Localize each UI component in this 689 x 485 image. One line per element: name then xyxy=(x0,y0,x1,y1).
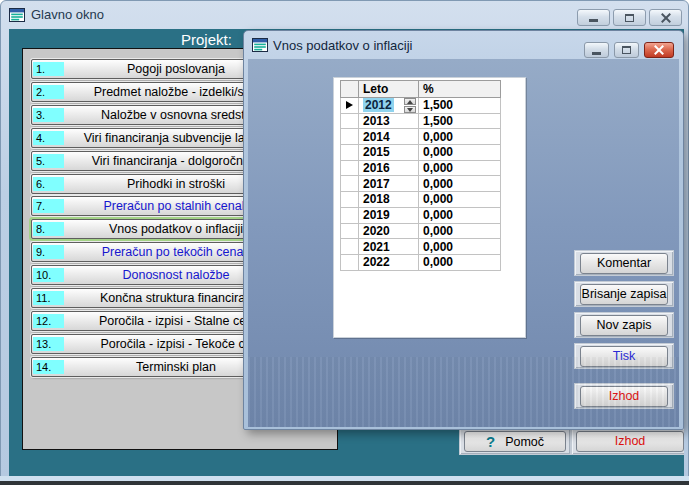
minimize-icon xyxy=(589,19,598,22)
year-cell[interactable]: 2015 xyxy=(359,145,419,161)
pomoc-button-label: Pomoč xyxy=(505,435,544,449)
dialog-button-column: Komentar Brisanje zapisa Nov zapis Tisk … xyxy=(574,250,674,414)
percent-cell[interactable]: 0,000 xyxy=(419,239,501,255)
tisk-button[interactable]: Tisk xyxy=(580,346,668,367)
table-panel: Leto % 2012 1,500 2013 1,500 2014 0,000 … xyxy=(333,77,526,338)
dialog-maximize-button[interactable] xyxy=(614,42,639,58)
table-row-2012[interactable]: 2012 1,500 xyxy=(341,98,501,114)
percent-cell[interactable]: 0,000 xyxy=(419,223,501,239)
inflation-dialog: Vnos podatkov o inflaciji Leto % xyxy=(243,30,684,430)
row-indicator-cell xyxy=(341,145,359,161)
row-indicator-cell xyxy=(341,192,359,208)
dialog-titlebar[interactable]: Vnos podatkov o inflaciji xyxy=(244,31,683,59)
row-indicator-cell xyxy=(341,176,359,192)
screen-bottom-edge xyxy=(0,481,689,485)
row-indicator-cell xyxy=(341,207,359,223)
close-icon xyxy=(654,45,664,55)
table-row-2017[interactable]: 2017 0,000 xyxy=(341,176,501,192)
main-window-titlebar[interactable]: Glavno okno xyxy=(1,1,688,29)
year-cell[interactable]: 2020 xyxy=(359,223,419,239)
brisanje-zapisa-button[interactable]: Brisanje zapisa xyxy=(580,284,668,305)
dialog-button-platform: Brisanje zapisa xyxy=(574,281,674,307)
table-row-2018[interactable]: 2018 0,000 xyxy=(341,192,501,208)
column-header-pct: % xyxy=(419,81,501,98)
dialog-button-platform: Nov zapis xyxy=(574,312,674,338)
year-cell[interactable]: 2021 xyxy=(359,239,419,255)
dialog-minimize-button[interactable] xyxy=(584,42,609,58)
year-cell[interactable]: 2022 xyxy=(359,254,419,270)
close-button[interactable] xyxy=(649,9,682,26)
help-button-platform: ?Pomoč xyxy=(459,427,571,455)
dialog-caption-buttons xyxy=(584,42,674,58)
table-row-2019[interactable]: 2019 0,000 xyxy=(341,207,501,223)
percent-cell[interactable]: 0,000 xyxy=(419,160,501,176)
year-spinner xyxy=(404,98,416,113)
main-window-title: Glavno okno xyxy=(31,7,104,22)
table-row-2014[interactable]: 2014 0,000 xyxy=(341,129,501,145)
table-row-2020[interactable]: 2020 0,000 xyxy=(341,223,501,239)
izhod-main-button[interactable]: Izhod xyxy=(576,431,684,452)
percent-cell[interactable]: 1,500 xyxy=(419,98,501,114)
close-icon xyxy=(661,13,671,23)
table-row-2013[interactable]: 2013 1,500 xyxy=(341,113,501,129)
dialog-close-button[interactable] xyxy=(644,42,674,58)
screen: Glavno okno Projekt: 1. Pogoji poslovanj… xyxy=(0,0,689,485)
row-indicator-cell xyxy=(341,129,359,145)
year-cell[interactable]: 2012 xyxy=(359,98,419,114)
row-indicator-cell xyxy=(341,239,359,255)
inflation-table: Leto % 2012 1,500 2013 1,500 2014 0,000 … xyxy=(340,80,501,271)
row-indicator-cell xyxy=(341,113,359,129)
spin-up-button[interactable] xyxy=(404,98,416,105)
komentar-button[interactable]: Komentar xyxy=(580,253,668,274)
percent-cell[interactable]: 0,000 xyxy=(419,176,501,192)
percent-cell[interactable]: 0,000 xyxy=(419,254,501,270)
percent-cell[interactable]: 0,000 xyxy=(419,192,501,208)
row-indicator-cell xyxy=(341,160,359,176)
maximize-button[interactable] xyxy=(613,9,646,26)
spin-down-button[interactable] xyxy=(404,106,416,113)
table-row-2015[interactable]: 2015 0,000 xyxy=(341,145,501,161)
row-indicator-header xyxy=(341,81,359,98)
izhod-button[interactable]: Izhod xyxy=(580,386,668,407)
row-indicator-cell xyxy=(341,223,359,239)
table-row-2016[interactable]: 2016 0,000 xyxy=(341,160,501,176)
table-row-2021[interactable]: 2021 0,000 xyxy=(341,239,501,255)
spin-down-icon xyxy=(407,108,413,112)
dialog-client-area: Leto % 2012 1,500 2013 1,500 2014 0,000 … xyxy=(248,59,679,427)
row-indicator-cell xyxy=(341,98,359,114)
maximize-icon xyxy=(625,14,634,22)
spin-up-icon xyxy=(407,100,413,104)
dialog-button-platform: Tisk xyxy=(574,343,674,369)
year-cell[interactable]: 2014 xyxy=(359,129,419,145)
table-header-row: Leto % xyxy=(341,81,501,98)
year-cell[interactable]: 2013 xyxy=(359,113,419,129)
table-row-2022[interactable]: 2022 0,000 xyxy=(341,254,501,270)
year-cell[interactable]: 2018 xyxy=(359,192,419,208)
year-cell[interactable]: 2016 xyxy=(359,160,419,176)
percent-cell[interactable]: 1,500 xyxy=(419,113,501,129)
exit-button-platform: Izhod xyxy=(571,427,684,455)
question-icon: ? xyxy=(486,433,495,450)
minimize-icon xyxy=(592,52,601,55)
row-indicator-icon xyxy=(346,101,353,109)
dialog-icon xyxy=(252,37,268,53)
column-header-leto: Leto xyxy=(359,81,419,98)
minimize-button[interactable] xyxy=(577,9,610,26)
year-cell[interactable]: 2017 xyxy=(359,176,419,192)
project-label: Projekt: xyxy=(181,30,232,49)
maximize-icon xyxy=(622,46,631,54)
app-icon xyxy=(9,7,25,23)
nov-zapis-button[interactable]: Nov zapis xyxy=(580,315,668,336)
dialog-button-platform: Komentar xyxy=(574,250,674,276)
main-caption-buttons xyxy=(577,9,682,26)
dialog-title: Vnos podatkov o inflaciji xyxy=(273,38,412,53)
year-cell[interactable]: 2019 xyxy=(359,207,419,223)
percent-cell[interactable]: 0,000 xyxy=(419,129,501,145)
row-indicator-cell xyxy=(341,254,359,270)
pomoc-button[interactable]: ?Pomoč xyxy=(464,431,566,452)
percent-cell[interactable]: 0,000 xyxy=(419,145,501,161)
dialog-button-platform: Izhod xyxy=(574,383,674,409)
percent-cell[interactable]: 0,000 xyxy=(419,207,501,223)
